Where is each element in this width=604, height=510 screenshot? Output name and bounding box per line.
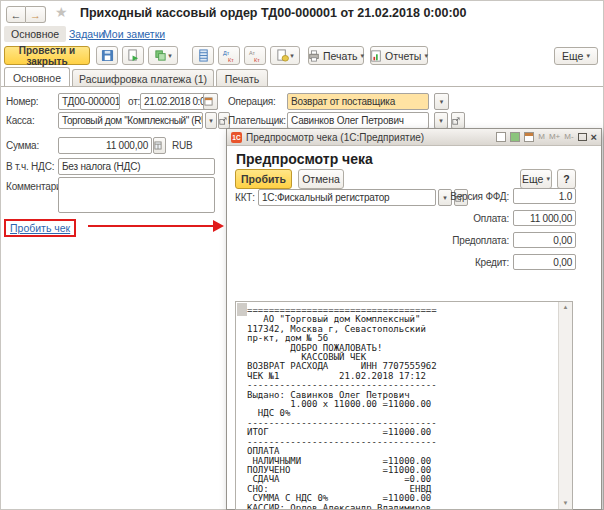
printer-icon	[308, 50, 320, 62]
comment-textarea[interactable]	[58, 177, 215, 213]
calendar-icon	[204, 97, 217, 106]
nav-item-notes[interactable]: Мои заметки	[103, 28, 165, 40]
payer-combo[interactable]: Савинков Олег Петрович	[287, 112, 429, 129]
nav-history-group: ← →	[6, 6, 46, 23]
dialog-title-text: Предпросмотр чека (1С:Предприятие)	[246, 132, 424, 143]
ffd-version-label: Версия ФФД:	[431, 191, 509, 202]
report-icon	[370, 50, 382, 62]
nav-item-main[interactable]: Основное	[4, 26, 66, 42]
nav-item-tasks[interactable]: Задачи	[69, 28, 104, 40]
check-structure-button[interactable]	[192, 46, 214, 65]
receipt-preview-dialog: 1С Предпросмотр чека (1С:Предприятие) M …	[226, 128, 602, 510]
chevron-down-icon: ▾	[546, 175, 550, 183]
dialog-titlebar[interactable]: 1С Предпросмотр чека (1С:Предприятие) M …	[227, 129, 601, 146]
document-database-icon	[276, 49, 289, 62]
tab-payment-details[interactable]: Расшифровка платежа (1)	[72, 69, 214, 87]
dialog-more-label: Еще	[522, 173, 543, 185]
calendar-button[interactable]	[203, 93, 218, 110]
more-button[interactable]: Еще ▾	[554, 47, 598, 65]
cashdesk-combo[interactable]: Торговый дом "Комплексный" (RUB)	[58, 112, 203, 129]
vat-label: В т.ч. НДС:	[6, 161, 54, 172]
back-icon: ←	[11, 9, 22, 21]
memory-button[interactable]: M	[538, 132, 545, 142]
tab-print[interactable]: Печать	[216, 69, 268, 87]
number-input[interactable]: ТД00-000001	[58, 93, 120, 110]
create-based-on-icon	[154, 49, 167, 62]
chevron-down-icon: ▾	[290, 52, 294, 60]
more-label: Еще	[562, 50, 583, 62]
forward-icon: →	[30, 9, 41, 21]
chevron-down-icon: ▾	[209, 117, 213, 124]
punch-check-annotation: Пробить чек	[4, 219, 76, 237]
cashdesk-label: Касса:	[6, 115, 35, 126]
chevron-down-icon: ▾	[360, 52, 364, 60]
prepayment-input[interactable]: 0,00	[513, 232, 576, 248]
print-button[interactable]: Печать ▾	[308, 46, 364, 65]
payment-label: Оплата:	[431, 213, 509, 224]
payer-label: Плательщик:	[228, 115, 286, 126]
dtkt-manual-icon: АтКт	[248, 49, 262, 63]
save-button[interactable]	[96, 46, 118, 65]
scroll-up-icon[interactable]: ▲	[559, 302, 572, 313]
credit-input[interactable]: 0,00	[513, 254, 576, 270]
manual-postings-button[interactable]: АтКт	[244, 46, 266, 65]
reports-button[interactable]: Отчеты ▾	[370, 46, 428, 65]
annotation-arrow-head	[213, 220, 224, 232]
post-document-button[interactable]	[122, 46, 144, 65]
receipt-preview-field[interactable]: =================================== АО "…	[235, 301, 573, 510]
dialog-heading: Предпросмотр чека	[236, 151, 373, 167]
calculator-icon	[154, 141, 165, 150]
payer-dropdown-button[interactable]: ▾	[434, 112, 448, 129]
scroll-down-icon[interactable]: ▼	[559, 498, 572, 509]
dialog-more-button[interactable]: Еще ▾	[520, 169, 552, 189]
receipt-scrollbar[interactable]: ▲ ▼	[558, 302, 572, 509]
maximize-button[interactable]	[578, 133, 587, 141]
chevron-down-icon: ▾	[439, 117, 443, 124]
payment-input[interactable]: 11 000,00	[513, 210, 576, 226]
favorite-star-icon[interactable]: ★	[55, 4, 68, 20]
forward-button[interactable]: →	[26, 6, 46, 23]
show-postings-button[interactable]: ДтКт	[218, 46, 240, 65]
open-link-icon	[452, 117, 464, 125]
floppy-icon	[101, 49, 114, 62]
print-label: Печать	[323, 50, 357, 62]
payer-open-button[interactable]	[451, 112, 465, 129]
tab-strip-divider	[1, 86, 603, 87]
punch-button[interactable]: Пробить	[235, 169, 292, 189]
1c-app-icon: 1С	[231, 132, 242, 143]
amount-input[interactable]: 11 000,00	[58, 137, 152, 154]
titlebar-document-icon[interactable]	[496, 132, 506, 142]
calculator-button[interactable]	[153, 137, 166, 154]
dtkt-icon: ДтКт	[222, 49, 236, 63]
operation-combo[interactable]: Возврат от поставщика	[287, 93, 429, 110]
receipt-corner-marker	[237, 303, 247, 316]
titlebar-calendar-icon[interactable]	[524, 132, 534, 142]
memory-minus-button[interactable]: M-	[564, 132, 573, 142]
ffd-version-input[interactable]: 1.0	[513, 188, 576, 204]
svg-text:Дт: Дт	[223, 50, 230, 56]
cancel-button[interactable]: Отмена	[298, 169, 344, 189]
help-button[interactable]: ?	[557, 169, 576, 189]
chevron-down-icon: ▾	[586, 52, 590, 60]
number-label: Номер:	[6, 96, 38, 107]
post-and-close-button[interactable]: Провести и закрыть	[4, 46, 90, 65]
date-label: от:	[128, 96, 140, 107]
operation-label: Операция:	[228, 96, 276, 107]
amount-label: Сумма:	[6, 140, 39, 151]
annotation-arrow-line	[88, 225, 214, 227]
reports-label: Отчеты	[385, 50, 421, 62]
operation-dropdown-button[interactable]: ▾	[434, 93, 449, 110]
tab-main[interactable]: Основное	[4, 67, 70, 87]
cashdesk-dropdown-button[interactable]: ▾	[205, 112, 217, 129]
titlebar-save-icon[interactable]	[510, 132, 520, 142]
kkt-combo[interactable]: 1С:Фискальный регистратор	[258, 189, 436, 206]
close-button[interactable]: ×	[591, 132, 597, 142]
credit-label: Кредит:	[431, 257, 509, 268]
back-button[interactable]: ←	[6, 6, 26, 23]
create-based-on-button[interactable]: ▾	[148, 46, 178, 65]
memory-plus-button[interactable]: M+	[549, 132, 560, 142]
copy-document-button[interactable]: ▾	[270, 46, 300, 65]
vat-input[interactable]: Без налога (НДС)	[58, 158, 215, 175]
punch-check-link[interactable]: Пробить чек	[10, 222, 70, 234]
prepayment-label: Предоплата:	[431, 235, 509, 246]
